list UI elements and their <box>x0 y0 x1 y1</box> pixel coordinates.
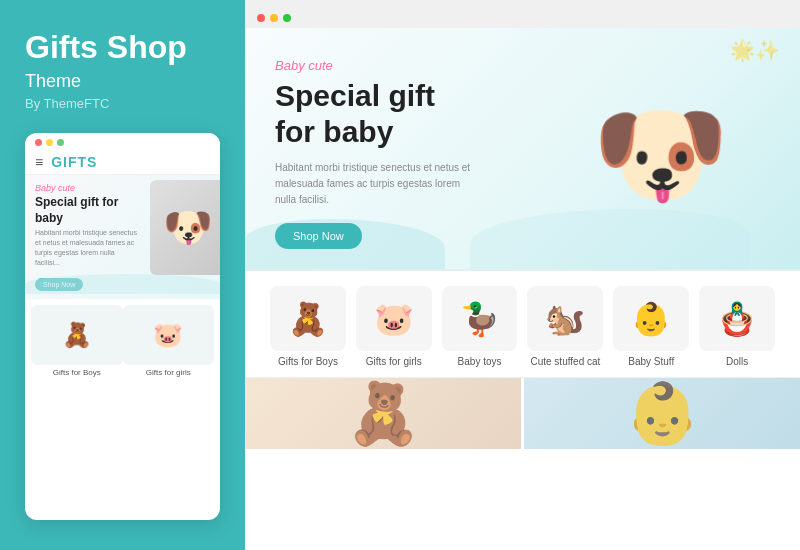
product-card-stuff[interactable]: 👶 Baby Stuff <box>608 286 694 367</box>
app-title: Gifts Shop <box>25 30 220 65</box>
mobile-preview: ≡ GIFTS Baby cute Special gift for baby … <box>25 133 220 520</box>
product-card-boys[interactable]: 🧸 Gifts for Boys <box>265 286 351 367</box>
app-author: By ThemeFTC <box>25 96 220 111</box>
mobile-topbar <box>25 133 220 150</box>
product-card-stuffed-cat[interactable]: 🐿️ Cute stuffed cat <box>522 286 608 367</box>
product-card-dolls-label: Dolls <box>699 356 775 367</box>
mobile-product-boys[interactable]: 🧸 Gifts for Boys <box>31 305 123 377</box>
product-card-stuff-image: 👶 <box>613 286 689 351</box>
gallery-emoji-left: 🧸 <box>346 378 421 449</box>
website-hero-image: 🐶 <box>550 69 770 239</box>
product-card-dolls[interactable]: 🪆 Dolls <box>694 286 780 367</box>
left-panel: Gifts Shop Theme By ThemeFTC ≡ GIFTS Bab… <box>0 0 245 550</box>
product-card-girls[interactable]: 🐷 Gifts for girls <box>351 286 437 367</box>
mobile-dot-green <box>57 139 64 146</box>
browser-chrome <box>245 0 800 28</box>
mobile-hero: Baby cute Special gift for baby Habitant… <box>25 175 220 298</box>
mobile-product-girls-image: 🐷 <box>123 305 215 365</box>
gallery-item-left: 🧸 <box>245 378 524 449</box>
mobile-nav: ≡ GIFTS <box>25 150 220 175</box>
website-hero-section: Baby cute Special giftfor baby Habitant … <box>245 28 800 271</box>
baby-hero-big-emoji: 🐶 <box>592 99 729 209</box>
product-card-toys-label: Baby toys <box>442 356 518 367</box>
mobile-product-grid: 🧸 Gifts for Boys 🐷 Gifts for girls <box>25 299 220 383</box>
mobile-hero-title: Special gift for baby <box>35 195 131 226</box>
gallery-item-right: 👶 <box>524 378 800 449</box>
product-card-boys-image: 🧸 <box>270 286 346 351</box>
mobile-product-boys-image: 🧸 <box>31 305 123 365</box>
star-decoration: 🌟✨ <box>730 38 780 62</box>
bottom-gallery: 🧸 👶 <box>245 378 800 449</box>
browser-dot-red <box>257 14 265 22</box>
website-hero-description: Habitant morbi tristique senectus et net… <box>275 160 475 208</box>
product-card-girls-label: Gifts for girls <box>356 356 432 367</box>
mobile-product-girls-label: Gifts for girls <box>123 368 215 377</box>
mobile-hero-image: 🐶 <box>150 180 220 275</box>
product-card-stuffed-cat-label: Cute stuffed cat <box>527 356 603 367</box>
browser-dot-green <box>283 14 291 22</box>
app-subtitle: Theme <box>25 71 220 92</box>
product-card-girls-image: 🐷 <box>356 286 432 351</box>
mobile-hero-description: Habitant morbi tristique senectus et net… <box>35 228 140 267</box>
product-card-stuffed-cat-image: 🐿️ <box>527 286 603 351</box>
product-card-toys-image: 🦆 <box>442 286 518 351</box>
website-hero-content: Baby cute Special giftfor baby Habitant … <box>275 58 550 249</box>
mobile-product-girls[interactable]: 🐷 Gifts for girls <box>123 305 215 377</box>
product-card-stuff-label: Baby Stuff <box>613 356 689 367</box>
product-card-boys-label: Gifts for Boys <box>270 356 346 367</box>
mobile-hamburger-icon[interactable]: ≡ <box>35 154 43 170</box>
website-hero-title: Special giftfor baby <box>275 78 550 150</box>
mobile-product-boys-label: Gifts for Boys <box>31 368 123 377</box>
website-hero-tag: Baby cute <box>275 58 550 73</box>
baby-hero-emoji: 🐶 <box>163 204 213 251</box>
website-shop-now-button[interactable]: Shop Now <box>275 223 362 249</box>
product-grid: 🧸 Gifts for Boys 🐷 Gifts for girls 🦆 Bab… <box>245 271 800 378</box>
product-card-dolls-image: 🪆 <box>699 286 775 351</box>
browser-dot-yellow <box>270 14 278 22</box>
right-panel: Baby cute Special giftfor baby Habitant … <box>245 0 800 550</box>
website-preview: Baby cute Special giftfor baby Habitant … <box>245 28 800 550</box>
mobile-dot-yellow <box>46 139 53 146</box>
cloud-decoration <box>25 274 220 294</box>
product-card-toys[interactable]: 🦆 Baby toys <box>437 286 523 367</box>
gallery-emoji-right: 👶 <box>625 378 700 449</box>
mobile-dot-red <box>35 139 42 146</box>
mobile-logo: GIFTS <box>51 154 97 170</box>
